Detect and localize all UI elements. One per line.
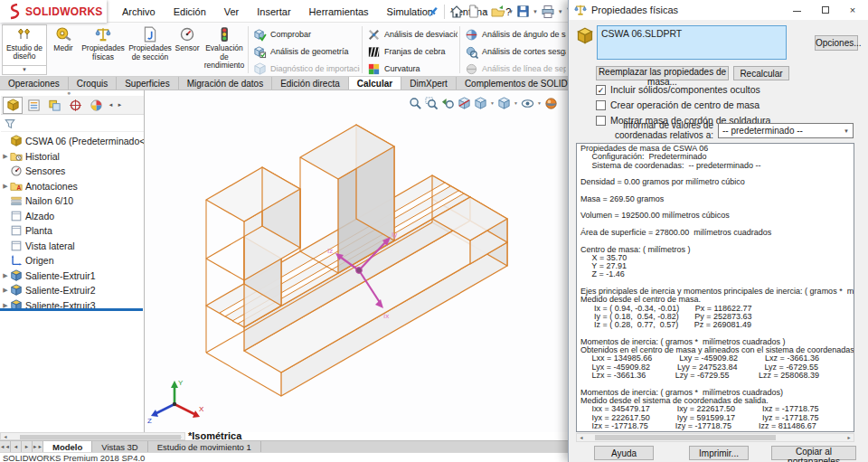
scroll-left-icon[interactable]: ◄ bbox=[1, 434, 10, 439]
override-mass-properties-button[interactable]: Reemplazar las propiedades de masa... bbox=[596, 66, 729, 80]
tree-item-anotaciones[interactable]: ▶Anotaciones bbox=[1, 179, 144, 194]
open-caret-icon[interactable]: ▼ bbox=[508, 9, 514, 14]
new-document-icon[interactable] bbox=[467, 5, 480, 18]
previous-view-icon[interactable] bbox=[441, 97, 455, 110]
tab-displaymanager[interactable] bbox=[86, 97, 106, 114]
menu-item[interactable]: Edición bbox=[165, 3, 214, 21]
close-button[interactable]: × bbox=[839, 0, 866, 20]
hide-show-items-icon[interactable] bbox=[521, 97, 534, 110]
print-caret-icon[interactable]: ▼ bbox=[558, 9, 563, 14]
menu-item[interactable]: Insertar bbox=[249, 3, 298, 21]
tab-dimxpertmanager[interactable] bbox=[65, 97, 85, 114]
menu-item[interactable]: Archivo bbox=[114, 3, 164, 21]
scrollbar-thumb[interactable] bbox=[20, 435, 181, 439]
command-tab[interactable]: Edición directa bbox=[272, 77, 349, 90]
rollback-bar[interactable] bbox=[0, 308, 143, 311]
tree-horizontal-scrollbar[interactable]: ◄ ► bbox=[0, 432, 185, 440]
panel-tab-right-icon[interactable]: ► bbox=[116, 102, 124, 108]
print-icon[interactable] bbox=[541, 5, 555, 19]
deviation-analysis-button[interactable]: Análisis de desviación bbox=[367, 26, 458, 42]
print-button[interactable]: Imprimir... bbox=[689, 446, 749, 460]
tab-modelo[interactable]: Modelo bbox=[43, 441, 92, 452]
scroll-left-icon[interactable]: ◄ bbox=[577, 435, 586, 440]
command-tab[interactable]: Calcular bbox=[349, 77, 401, 90]
recalculate-button[interactable]: Recalcular bbox=[733, 66, 789, 80]
copy-to-clipboard-button[interactable]: Copiar al portapapeles bbox=[771, 446, 856, 460]
open-icon[interactable] bbox=[491, 5, 505, 19]
mass-report-text[interactable]: Propiedades de masa de CSWA 06 Configura… bbox=[576, 143, 854, 432]
performance-evaluation-button[interactable]: Evaluación de rendimiento bbox=[201, 26, 248, 71]
home-icon[interactable] bbox=[449, 5, 464, 19]
command-tab[interactable]: Operaciones bbox=[0, 77, 69, 90]
minimize-button[interactable] bbox=[783, 0, 810, 20]
tree-item-vista-lateral[interactable]: Vista lateral bbox=[1, 239, 144, 254]
section-view-icon[interactable] bbox=[458, 97, 471, 110]
tree-item-historial[interactable]: ▶Historial bbox=[1, 149, 144, 165]
display-style-caret[interactable]: ▼ bbox=[514, 100, 518, 106]
measure-button[interactable]: Medir bbox=[49, 26, 78, 53]
tab-vistas-3d[interactable]: Vistas 3D bbox=[92, 441, 147, 452]
menu-item[interactable]: Ver bbox=[216, 3, 248, 21]
mass-properties-button[interactable]: Propiedades físicas bbox=[80, 26, 127, 61]
draft-analysis-button[interactable]: Análisis de ángulo de salida bbox=[465, 26, 566, 42]
tree-item-alzado[interactable]: Alzado bbox=[1, 209, 144, 224]
view-orientation-icon[interactable] bbox=[474, 97, 487, 110]
panel-grip[interactable]: ● bbox=[67, 91, 74, 95]
expand-icon[interactable]: ▶ bbox=[1, 272, 10, 279]
zoom-to-fit-icon[interactable] bbox=[409, 97, 422, 110]
tab-scroll-prev-icon[interactable]: ◄ bbox=[11, 441, 22, 452]
tree-filter[interactable] bbox=[1, 116, 144, 132]
curvature-button[interactable]: Curvatura bbox=[367, 61, 458, 77]
pin-icon[interactable] bbox=[427, 5, 439, 18]
expand-icon[interactable]: ▶ bbox=[1, 183, 10, 190]
expand-icon[interactable]: ▶ bbox=[1, 287, 10, 294]
command-tab[interactable]: Migración de datos bbox=[179, 77, 273, 90]
report-horizontal-scrollbar[interactable]: ◄ ► bbox=[576, 433, 854, 442]
design-study-button[interactable]: Estudio de diseño bbox=[2, 24, 47, 66]
view-orientation-caret[interactable]: ▼ bbox=[490, 100, 495, 106]
undercut-analysis-button[interactable]: Análisis de cortes sesgados bbox=[465, 43, 566, 60]
geometry-analysis-button[interactable]: Análisis de geometría bbox=[253, 43, 360, 60]
save-caret-icon[interactable]: ▼ bbox=[533, 9, 538, 14]
tab-scroll-next-icon[interactable]: ► bbox=[22, 441, 33, 452]
expand-icon[interactable]: ▶ bbox=[1, 153, 10, 160]
panel-tab-left-icon[interactable]: ◄ bbox=[107, 102, 115, 108]
hide-show-caret[interactable]: ▼ bbox=[537, 100, 542, 106]
tab-propertymanager[interactable] bbox=[24, 97, 43, 114]
design-study-caret[interactable]: ▼ bbox=[2, 66, 47, 75]
tree-item-origen[interactable]: Origen bbox=[1, 253, 144, 269]
checkbox-unchecked-icon[interactable] bbox=[596, 100, 606, 110]
zoom-to-area-icon[interactable] bbox=[425, 97, 439, 110]
help-button[interactable]: Ayuda bbox=[594, 446, 654, 460]
tab-featuremanager[interactable] bbox=[3, 97, 23, 114]
checkbox-checked-icon[interactable]: ✓ bbox=[596, 85, 606, 95]
part-model-3d[interactable]: Iy Ix Iz Y X Z bbox=[145, 90, 568, 432]
scrollbar-thumb[interactable] bbox=[595, 435, 776, 440]
tab-estudio-movimiento[interactable]: Estudio de movimiento 1 bbox=[148, 441, 261, 452]
save-icon[interactable] bbox=[516, 5, 530, 18]
checkbox-include-hidden[interactable]: ✓ Incluir sólidos/componentes ocultos bbox=[596, 83, 760, 96]
tree-item-material[interactable]: Nailon 6/10 bbox=[1, 193, 144, 209]
command-tab[interactable]: DimXpert bbox=[401, 77, 457, 90]
sensor-button[interactable]: Sensor bbox=[172, 26, 203, 53]
check-button[interactable]: Comprobar bbox=[253, 26, 360, 42]
coordinate-system-dropdown[interactable]: -- predeterminado -- ▼ bbox=[718, 123, 854, 138]
dialog-title-bar[interactable]: Propiedades físicas × bbox=[569, 0, 868, 20]
scroll-right-icon[interactable]: ► bbox=[844, 435, 854, 440]
maximize-button[interactable] bbox=[812, 0, 839, 20]
view-settings-icon[interactable] bbox=[544, 97, 558, 110]
display-style-icon[interactable] bbox=[497, 97, 511, 110]
section-properties-button[interactable]: Propiedades de sección bbox=[127, 26, 174, 61]
command-tab[interactable]: Complementos de SOLIDWORKS bbox=[457, 77, 568, 90]
tab-configurationmanager[interactable] bbox=[44, 97, 64, 114]
command-tab[interactable]: Croquis bbox=[69, 77, 117, 90]
tree-item-saliente-extruir2[interactable]: ▶Saliente-Extruir2 bbox=[1, 283, 144, 298]
command-tab[interactable]: Superficies bbox=[117, 77, 178, 90]
tree-item-saliente-extruir1[interactable]: ▶Saliente-Extruir1 bbox=[1, 269, 144, 284]
tree-item-sensores[interactable]: Sensores bbox=[1, 164, 144, 179]
options-button[interactable]: Opciones... bbox=[815, 35, 858, 51]
zebra-stripes-button[interactable]: Franjas de cebra bbox=[367, 43, 458, 60]
tree-root[interactable]: CSWA 06 (Predeterminado<<Predete bbox=[1, 134, 144, 149]
tree-item-planta[interactable]: Planta bbox=[1, 223, 144, 239]
document-list[interactable]: CSWA 06.SLDPRT bbox=[597, 25, 787, 60]
